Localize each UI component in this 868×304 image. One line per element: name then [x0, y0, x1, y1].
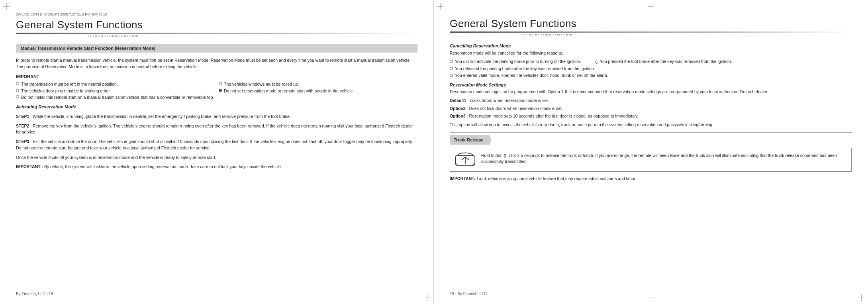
cancel-bullet-icon-1	[450, 60, 453, 63]
option-3-text: : Reservation mode sets 10 seconds after…	[467, 114, 639, 118]
option-2-label: Option2	[450, 106, 466, 111]
intro-text: In order to remote start a manual transm…	[16, 57, 417, 70]
reservation-settings-heading: Reservation Mode Settings	[450, 82, 852, 88]
option-default-text: : Locks doors when reservation mode is s…	[467, 98, 549, 103]
reg-mark-tl-right	[437, 3, 443, 10]
activating-heading: Activating Reservation Mode	[16, 104, 417, 110]
important-note-bold: IMPORTANT :	[16, 164, 44, 169]
step1-text: : While the vehicle is running, place th…	[30, 114, 291, 119]
meta-text: 2W LCD COM E+S (09.07) 2009.7.27 3:15 PM…	[16, 12, 417, 17]
step1-block: STEP1 : While the vehicle is running, pl…	[16, 114, 417, 120]
reg-mark-tl	[3, 3, 10, 10]
reservation-settings-section: Reservation Mode Settings Reservation mo…	[450, 82, 852, 95]
right-page-header: General System Functions	[450, 12, 852, 39]
cancel-bullet-icon-2	[450, 67, 453, 70]
option-default-label: Default1	[450, 98, 466, 103]
trunk-release-label: Trunk Release	[450, 135, 492, 145]
trunk-icon	[455, 152, 476, 167]
reg-mark-br	[424, 294, 430, 301]
section-label-box: Manual Transmission Remote Start Functio…	[16, 44, 417, 53]
bullet-icon-3	[16, 89, 19, 92]
right-header-bar	[450, 31, 852, 33]
bullet-text-2: The vehicles windows must be rolled up.	[224, 81, 299, 87]
bullet-text-3: The vehicles door pins must be in workin…	[21, 88, 111, 94]
activating-heading-text: Activating Reservation Mode	[16, 104, 76, 109]
left-content: In order to remote start a manual transm…	[16, 57, 417, 286]
right-content: Cancelling Reservation Mode Reservation …	[450, 43, 852, 286]
cancelling-intro: Reservation mode will be cancelled for t…	[450, 50, 852, 57]
bullet-item-1: The transmission must be left in the neu…	[16, 81, 215, 87]
bullet-icon-1	[16, 82, 19, 85]
cancel-bullet-3: You entered valet mode, opened the vehic…	[450, 73, 852, 78]
option-3: Option3 : Reservation mode sets 10 secon…	[450, 113, 852, 120]
reservation-settings-text: Reservation mode settings can be program…	[450, 89, 852, 95]
step2-text: : Remove the key from the vehicle's igni…	[16, 124, 413, 135]
bullet-text-1: The transmission must be left in the neu…	[21, 81, 118, 87]
step1-label: STEP1	[16, 114, 29, 119]
bullet-icon-4	[219, 89, 222, 92]
option-2: Option2 : Does not lock doors when reser…	[450, 106, 852, 112]
left-page-header: 2W LCD COM E+S (09.07) 2009.7.27 3:15 PM…	[16, 12, 417, 41]
trunk-section-header: Trunk Release	[450, 135, 852, 145]
section-divider	[450, 132, 852, 133]
important-title: IMPORANT	[16, 73, 417, 80]
option-default: Default1 : Locks doors when reservation …	[450, 98, 852, 104]
trunk-important-text: Trunk release is an optional vehicle fea…	[476, 176, 637, 181]
important-note-text: By default, the system will lock/arm the…	[44, 164, 282, 169]
trunk-section-line	[492, 140, 852, 140]
step3-label: STEP3	[16, 139, 29, 144]
important-note: IMPORTANT : By default, the system will …	[16, 164, 417, 170]
right-header-dots	[450, 34, 852, 35]
step3-block: STEP3 : Exit the vehicle and close the d…	[16, 139, 417, 151]
footer-right-text: 19 | By Firstech, LLC	[450, 292, 487, 296]
left-footer: By Firstech, LLC | 18	[16, 289, 417, 296]
step2-label: STEP2	[16, 124, 29, 128]
bullet-text-4: Do not set reservation mode or remote st…	[224, 88, 354, 94]
trunk-release-body: Hold button (III) for 2.5 seconds to rel…	[481, 153, 846, 165]
bullet-item-5: Do not install this remote start on a ma…	[16, 94, 417, 100]
cancel-bullet-text-3: You entered valet mode, opened the vehic…	[455, 73, 608, 78]
header-dots	[16, 35, 417, 37]
cancel-bullet-text-1: You did not activate the parking brake p…	[455, 59, 581, 65]
trunk-release-box: Hold button (III) for 2.5 seconds to rel…	[450, 148, 852, 172]
right-page-title: General System Functions	[450, 18, 852, 30]
once-text: Once the vehicle shuts off your system i…	[16, 155, 417, 161]
cancelling-bullets: You did not activate the parking brake p…	[450, 59, 852, 78]
bullet-text-5: Do not install this remote start on a ma…	[21, 94, 214, 100]
bullet-icon-2	[219, 82, 222, 85]
footer-left-text: By Firstech, LLC | 18	[16, 292, 53, 296]
left-page: 2W LCD COM E+S (09.07) 2009.7.27 3:15 PM…	[0, 0, 434, 304]
left-page-title: General System Functions	[16, 19, 417, 31]
cancel-bullet-2: You released the parking brake after the…	[450, 66, 852, 72]
right-page: General System Functions Cancelling Rese…	[434, 0, 868, 304]
step3-text: : Exit the vehicle and close the door. T…	[16, 139, 413, 150]
cancelling-heading: Cancelling Reservation Mode	[450, 43, 852, 49]
option-3-label: Option3	[450, 114, 466, 118]
trunk-important-bold: IMPORTANT:	[450, 176, 475, 181]
trunk-important: IMPORTANT: Trunk release is an optional …	[450, 176, 852, 182]
bullet-item-4: Do not set reservation mode or remote st…	[219, 88, 417, 94]
bullet-grid: The transmission must be left in the neu…	[16, 81, 417, 100]
cancel-bullet-text-1b: You pressed the foot brake after the key…	[595, 59, 732, 65]
reg-mark-bot-center	[648, 294, 654, 301]
cancel-bullet-icon-3	[450, 74, 453, 77]
bullet-item-2: The vehicles windows must be rolled up.	[219, 81, 417, 87]
options-list: Default1 : Locks doors when reservation …	[450, 98, 852, 120]
header-bar	[16, 33, 417, 34]
option-2-text: : Does not lock doors when reservation m…	[467, 106, 563, 111]
step2-block: STEP2 : Remove the key from the vehicle'…	[16, 123, 417, 136]
reg-mark-br-right	[858, 294, 864, 301]
bullet-icon-5	[16, 95, 19, 98]
bullet-item-3: The vehicles door pins must be in workin…	[16, 88, 215, 94]
reg-mark-top-center	[648, 3, 654, 10]
cancel-bullet-text-2: You released the parking brake after the…	[455, 66, 595, 72]
cancel-bullet-1: You did not activate the parking brake p…	[450, 59, 852, 65]
right-meta-spacer	[450, 12, 852, 16]
option-note: This option will allow you to access the…	[450, 122, 852, 128]
